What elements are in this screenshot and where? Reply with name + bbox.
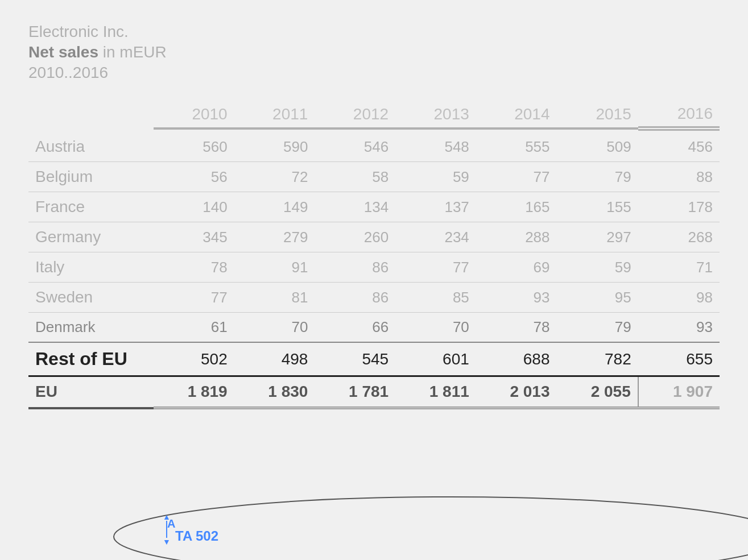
value-cell: 88 <box>638 162 720 192</box>
value-cell: 70 <box>234 313 315 343</box>
label-column-header <box>28 99 154 128</box>
year-2016: 2016 <box>638 99 720 128</box>
value-cell: 782 <box>557 342 638 376</box>
value-cell: 288 <box>476 222 557 252</box>
value-cell: 134 <box>315 192 395 222</box>
value-cell: 456 <box>638 132 720 162</box>
value-cell: 58 <box>315 162 395 192</box>
value-cell: 91 <box>234 252 315 283</box>
ta-502-label: TA 502 <box>175 528 218 544</box>
value-cell: 1 781 <box>315 376 395 408</box>
value-cell: 548 <box>395 132 476 162</box>
value-cell: 79 <box>557 162 638 192</box>
value-cell: 72 <box>234 162 315 192</box>
metric-title: Net sales in mEUR <box>28 43 720 61</box>
year-2010: 2010 <box>154 99 234 128</box>
arrow-annotation: ▲ ▼ <box>163 513 171 546</box>
value-cell: 234 <box>395 222 476 252</box>
value-cell: 178 <box>638 192 720 222</box>
year-2013: 2013 <box>395 99 476 128</box>
table-row: Denmark61706670787993 <box>28 313 720 343</box>
value-cell: 149 <box>234 192 315 222</box>
country-cell: EU <box>28 376 154 408</box>
value-cell: 655 <box>638 342 720 376</box>
table-row: Belgium56725859777988 <box>28 162 720 192</box>
value-cell: 155 <box>557 192 638 222</box>
value-cell: 86 <box>315 283 395 313</box>
year-header-row: 2010 2011 2012 2013 2014 2015 2016 <box>28 99 720 128</box>
value-cell: 86 <box>315 252 395 283</box>
value-cell: 137 <box>395 192 476 222</box>
value-cell: 297 <box>557 222 638 252</box>
value-cell: 61 <box>154 313 234 343</box>
year-2015: 2015 <box>557 99 638 128</box>
company-name: Electronic Inc. <box>28 23 720 41</box>
value-cell: 555 <box>476 132 557 162</box>
value-cell: 70 <box>395 313 476 343</box>
value-cell: 509 <box>557 132 638 162</box>
value-cell: 279 <box>234 222 315 252</box>
value-cell: 78 <box>476 313 557 343</box>
value-cell: 1 819 <box>154 376 234 408</box>
value-cell: 77 <box>154 283 234 313</box>
value-cell: 59 <box>395 162 476 192</box>
svg-point-0 <box>114 497 748 560</box>
table-row: Italy78918677695971 <box>28 252 720 283</box>
value-cell: 2 013 <box>476 376 557 408</box>
value-cell: 81 <box>234 283 315 313</box>
value-cell: 590 <box>234 132 315 162</box>
table-row: Sweden77818685939598 <box>28 283 720 313</box>
value-cell: 140 <box>154 192 234 222</box>
metric-rest: in mEUR <box>98 43 167 61</box>
value-cell: 260 <box>315 222 395 252</box>
value-cell: 95 <box>557 283 638 313</box>
value-cell: 1 830 <box>234 376 315 408</box>
value-cell: 98 <box>638 283 720 313</box>
main-container: Electronic Inc. Net sales in mEUR 2010..… <box>0 0 748 560</box>
value-cell: 93 <box>638 313 720 343</box>
years-range: 2010..2016 <box>28 64 720 82</box>
value-cell: 2 055 <box>557 376 638 408</box>
annotation-a-letter: A <box>167 517 175 530</box>
value-cell: 498 <box>234 342 315 376</box>
value-cell: 93 <box>476 283 557 313</box>
value-cell: 1 907 <box>638 376 720 408</box>
metric-bold: Net sales <box>28 43 98 61</box>
value-cell: 688 <box>476 342 557 376</box>
table-row: EU1 8191 8301 7811 8112 0132 0551 907 <box>28 376 720 408</box>
value-cell: 502 <box>154 342 234 376</box>
value-cell: 79 <box>557 313 638 343</box>
year-2012: 2012 <box>315 99 395 128</box>
country-cell: Italy <box>28 252 154 283</box>
year-2011: 2011 <box>234 99 315 128</box>
table-row: Germany345279260234288297268 <box>28 222 720 252</box>
value-cell: 59 <box>557 252 638 283</box>
country-cell: Austria <box>28 132 154 162</box>
table-row: France140149134137165155178 <box>28 192 720 222</box>
value-cell: 1 811 <box>395 376 476 408</box>
value-cell: 77 <box>476 162 557 192</box>
value-cell: 345 <box>154 222 234 252</box>
value-cell: 268 <box>638 222 720 252</box>
value-cell: 546 <box>315 132 395 162</box>
country-cell: Belgium <box>28 162 154 192</box>
data-table: 2010 2011 2012 2013 2014 2015 2016 <box>28 99 720 412</box>
bottom-divider <box>28 408 720 412</box>
value-cell: 85 <box>395 283 476 313</box>
country-cell: France <box>28 192 154 222</box>
value-cell: 560 <box>154 132 234 162</box>
country-cell: Germany <box>28 222 154 252</box>
value-cell: 56 <box>154 162 234 192</box>
country-cell: Sweden <box>28 283 154 313</box>
value-cell: 71 <box>638 252 720 283</box>
value-cell: 601 <box>395 342 476 376</box>
value-cell: 66 <box>315 313 395 343</box>
table-row: Austria560590546548555509456 <box>28 132 720 162</box>
year-2014: 2014 <box>476 99 557 128</box>
country-cell: Rest of EU <box>28 342 154 376</box>
table-row: Rest of EU502498545601688782655 <box>28 342 720 376</box>
value-cell: 69 <box>476 252 557 283</box>
value-cell: 77 <box>395 252 476 283</box>
value-cell: 165 <box>476 192 557 222</box>
value-cell: 78 <box>154 252 234 283</box>
